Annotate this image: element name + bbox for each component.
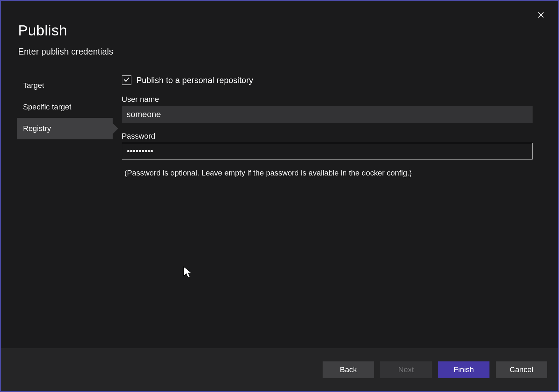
- username-label: User name: [122, 95, 533, 104]
- personal-repo-checkbox[interactable]: [122, 75, 131, 85]
- sidebar-item-specific-target[interactable]: Specific target: [17, 96, 113, 118]
- password-group: Password: [122, 132, 533, 160]
- sidebar-item-target[interactable]: Target: [17, 75, 113, 96]
- cancel-button[interactable]: Cancel: [496, 361, 547, 378]
- sidebar-item-registry[interactable]: Registry: [17, 118, 113, 139]
- wizard-sidebar: Target Specific target Registry: [17, 75, 113, 178]
- personal-repo-checkbox-label: Publish to a personal repository: [136, 75, 253, 85]
- check-icon: [123, 76, 130, 84]
- dialog-subtitle: Enter publish credentials: [18, 47, 558, 57]
- dialog-header: Publish Enter publish credentials: [1, 1, 558, 57]
- password-hint: (Password is optional. Leave empty if th…: [122, 169, 533, 178]
- personal-repo-checkbox-row: Publish to a personal repository: [122, 75, 533, 85]
- dialog-content: Target Specific target Registry Publish …: [1, 75, 558, 178]
- finish-button[interactable]: Finish: [438, 361, 489, 378]
- dialog-title: Publish: [18, 22, 558, 39]
- dialog-footer: Back Next Finish Cancel: [1, 348, 558, 391]
- sidebar-item-label: Registry: [23, 124, 51, 133]
- back-button[interactable]: Back: [323, 361, 374, 378]
- close-button[interactable]: [536, 10, 546, 20]
- username-group: User name: [122, 95, 533, 123]
- password-label: Password: [122, 132, 533, 141]
- password-input[interactable]: [122, 143, 533, 160]
- sidebar-item-label: Target: [23, 81, 44, 90]
- form-area: Publish to a personal repository User na…: [113, 75, 558, 178]
- close-icon: [537, 11, 545, 20]
- username-input[interactable]: [122, 106, 533, 123]
- sidebar-item-label: Specific target: [23, 103, 71, 111]
- cursor-icon: [183, 266, 192, 280]
- next-button: Next: [380, 361, 432, 378]
